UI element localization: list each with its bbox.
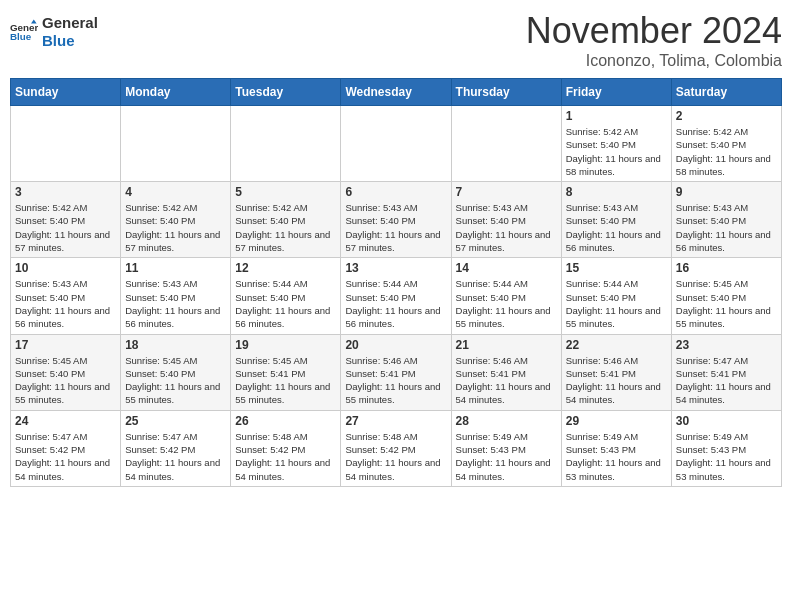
calendar-cell: 4Sunrise: 5:42 AM Sunset: 5:40 PM Daylig… bbox=[121, 182, 231, 258]
calendar-cell: 8Sunrise: 5:43 AM Sunset: 5:40 PM Daylig… bbox=[561, 182, 671, 258]
day-number: 25 bbox=[125, 414, 226, 428]
calendar-cell: 6Sunrise: 5:43 AM Sunset: 5:40 PM Daylig… bbox=[341, 182, 451, 258]
calendar-cell: 9Sunrise: 5:43 AM Sunset: 5:40 PM Daylig… bbox=[671, 182, 781, 258]
svg-text:Blue: Blue bbox=[10, 31, 32, 42]
day-number: 6 bbox=[345, 185, 446, 199]
calendar-cell: 27Sunrise: 5:48 AM Sunset: 5:42 PM Dayli… bbox=[341, 410, 451, 486]
calendar-cell: 3Sunrise: 5:42 AM Sunset: 5:40 PM Daylig… bbox=[11, 182, 121, 258]
day-number: 22 bbox=[566, 338, 667, 352]
day-number: 17 bbox=[15, 338, 116, 352]
day-number: 27 bbox=[345, 414, 446, 428]
calendar-cell: 25Sunrise: 5:47 AM Sunset: 5:42 PM Dayli… bbox=[121, 410, 231, 486]
day-number: 5 bbox=[235, 185, 336, 199]
calendar-cell: 11Sunrise: 5:43 AM Sunset: 5:40 PM Dayli… bbox=[121, 258, 231, 334]
calendar-cell: 16Sunrise: 5:45 AM Sunset: 5:40 PM Dayli… bbox=[671, 258, 781, 334]
day-detail: Sunrise: 5:42 AM Sunset: 5:40 PM Dayligh… bbox=[235, 201, 336, 254]
weekday-header: Thursday bbox=[451, 79, 561, 106]
day-detail: Sunrise: 5:47 AM Sunset: 5:42 PM Dayligh… bbox=[15, 430, 116, 483]
location-title: Icononzo, Tolima, Colombia bbox=[526, 52, 782, 70]
day-detail: Sunrise: 5:43 AM Sunset: 5:40 PM Dayligh… bbox=[15, 277, 116, 330]
day-number: 16 bbox=[676, 261, 777, 275]
day-number: 26 bbox=[235, 414, 336, 428]
day-detail: Sunrise: 5:46 AM Sunset: 5:41 PM Dayligh… bbox=[345, 354, 446, 407]
calendar-cell: 29Sunrise: 5:49 AM Sunset: 5:43 PM Dayli… bbox=[561, 410, 671, 486]
calendar-cell: 13Sunrise: 5:44 AM Sunset: 5:40 PM Dayli… bbox=[341, 258, 451, 334]
logo: General Blue General Blue bbox=[10, 14, 98, 50]
day-detail: Sunrise: 5:43 AM Sunset: 5:40 PM Dayligh… bbox=[125, 277, 226, 330]
day-detail: Sunrise: 5:45 AM Sunset: 5:40 PM Dayligh… bbox=[15, 354, 116, 407]
logo-blue: Blue bbox=[42, 32, 98, 50]
day-detail: Sunrise: 5:43 AM Sunset: 5:40 PM Dayligh… bbox=[345, 201, 446, 254]
calendar-cell: 22Sunrise: 5:46 AM Sunset: 5:41 PM Dayli… bbox=[561, 334, 671, 410]
calendar-cell bbox=[231, 106, 341, 182]
calendar-cell: 18Sunrise: 5:45 AM Sunset: 5:40 PM Dayli… bbox=[121, 334, 231, 410]
day-detail: Sunrise: 5:43 AM Sunset: 5:40 PM Dayligh… bbox=[676, 201, 777, 254]
weekday-header: Saturday bbox=[671, 79, 781, 106]
day-number: 15 bbox=[566, 261, 667, 275]
day-detail: Sunrise: 5:47 AM Sunset: 5:41 PM Dayligh… bbox=[676, 354, 777, 407]
day-number: 2 bbox=[676, 109, 777, 123]
calendar-cell: 5Sunrise: 5:42 AM Sunset: 5:40 PM Daylig… bbox=[231, 182, 341, 258]
calendar-table: SundayMondayTuesdayWednesdayThursdayFrid… bbox=[10, 78, 782, 487]
title-area: November 2024 Icononzo, Tolima, Colombia bbox=[526, 10, 782, 70]
day-detail: Sunrise: 5:42 AM Sunset: 5:40 PM Dayligh… bbox=[676, 125, 777, 178]
day-detail: Sunrise: 5:44 AM Sunset: 5:40 PM Dayligh… bbox=[566, 277, 667, 330]
calendar-cell: 23Sunrise: 5:47 AM Sunset: 5:41 PM Dayli… bbox=[671, 334, 781, 410]
day-number: 8 bbox=[566, 185, 667, 199]
calendar-cell: 21Sunrise: 5:46 AM Sunset: 5:41 PM Dayli… bbox=[451, 334, 561, 410]
day-number: 19 bbox=[235, 338, 336, 352]
day-detail: Sunrise: 5:47 AM Sunset: 5:42 PM Dayligh… bbox=[125, 430, 226, 483]
day-number: 20 bbox=[345, 338, 446, 352]
calendar-cell: 24Sunrise: 5:47 AM Sunset: 5:42 PM Dayli… bbox=[11, 410, 121, 486]
logo-general: General bbox=[42, 14, 98, 32]
day-number: 29 bbox=[566, 414, 667, 428]
weekday-header-row: SundayMondayTuesdayWednesdayThursdayFrid… bbox=[11, 79, 782, 106]
day-number: 18 bbox=[125, 338, 226, 352]
day-number: 3 bbox=[15, 185, 116, 199]
calendar-cell: 15Sunrise: 5:44 AM Sunset: 5:40 PM Dayli… bbox=[561, 258, 671, 334]
calendar-cell: 20Sunrise: 5:46 AM Sunset: 5:41 PM Dayli… bbox=[341, 334, 451, 410]
weekday-header: Friday bbox=[561, 79, 671, 106]
calendar-cell bbox=[341, 106, 451, 182]
day-number: 4 bbox=[125, 185, 226, 199]
day-detail: Sunrise: 5:49 AM Sunset: 5:43 PM Dayligh… bbox=[566, 430, 667, 483]
day-number: 7 bbox=[456, 185, 557, 199]
day-number: 11 bbox=[125, 261, 226, 275]
calendar-cell: 14Sunrise: 5:44 AM Sunset: 5:40 PM Dayli… bbox=[451, 258, 561, 334]
calendar-week-row: 1Sunrise: 5:42 AM Sunset: 5:40 PM Daylig… bbox=[11, 106, 782, 182]
day-number: 12 bbox=[235, 261, 336, 275]
calendar-cell: 30Sunrise: 5:49 AM Sunset: 5:43 PM Dayli… bbox=[671, 410, 781, 486]
calendar-cell: 28Sunrise: 5:49 AM Sunset: 5:43 PM Dayli… bbox=[451, 410, 561, 486]
calendar-week-row: 17Sunrise: 5:45 AM Sunset: 5:40 PM Dayli… bbox=[11, 334, 782, 410]
day-number: 10 bbox=[15, 261, 116, 275]
day-number: 14 bbox=[456, 261, 557, 275]
calendar-cell: 7Sunrise: 5:43 AM Sunset: 5:40 PM Daylig… bbox=[451, 182, 561, 258]
day-number: 21 bbox=[456, 338, 557, 352]
calendar-cell: 12Sunrise: 5:44 AM Sunset: 5:40 PM Dayli… bbox=[231, 258, 341, 334]
day-detail: Sunrise: 5:48 AM Sunset: 5:42 PM Dayligh… bbox=[345, 430, 446, 483]
day-detail: Sunrise: 5:42 AM Sunset: 5:40 PM Dayligh… bbox=[566, 125, 667, 178]
calendar-week-row: 3Sunrise: 5:42 AM Sunset: 5:40 PM Daylig… bbox=[11, 182, 782, 258]
weekday-header: Sunday bbox=[11, 79, 121, 106]
day-detail: Sunrise: 5:48 AM Sunset: 5:42 PM Dayligh… bbox=[235, 430, 336, 483]
day-number: 13 bbox=[345, 261, 446, 275]
day-detail: Sunrise: 5:45 AM Sunset: 5:40 PM Dayligh… bbox=[676, 277, 777, 330]
day-number: 30 bbox=[676, 414, 777, 428]
day-detail: Sunrise: 5:46 AM Sunset: 5:41 PM Dayligh… bbox=[456, 354, 557, 407]
day-number: 23 bbox=[676, 338, 777, 352]
day-detail: Sunrise: 5:43 AM Sunset: 5:40 PM Dayligh… bbox=[456, 201, 557, 254]
calendar-week-row: 24Sunrise: 5:47 AM Sunset: 5:42 PM Dayli… bbox=[11, 410, 782, 486]
calendar-cell bbox=[451, 106, 561, 182]
page-header: General Blue General Blue November 2024 … bbox=[10, 10, 782, 70]
day-number: 9 bbox=[676, 185, 777, 199]
day-detail: Sunrise: 5:49 AM Sunset: 5:43 PM Dayligh… bbox=[676, 430, 777, 483]
day-detail: Sunrise: 5:43 AM Sunset: 5:40 PM Dayligh… bbox=[566, 201, 667, 254]
calendar-cell: 10Sunrise: 5:43 AM Sunset: 5:40 PM Dayli… bbox=[11, 258, 121, 334]
day-number: 1 bbox=[566, 109, 667, 123]
day-detail: Sunrise: 5:46 AM Sunset: 5:41 PM Dayligh… bbox=[566, 354, 667, 407]
calendar-cell: 1Sunrise: 5:42 AM Sunset: 5:40 PM Daylig… bbox=[561, 106, 671, 182]
day-number: 24 bbox=[15, 414, 116, 428]
calendar-week-row: 10Sunrise: 5:43 AM Sunset: 5:40 PM Dayli… bbox=[11, 258, 782, 334]
day-detail: Sunrise: 5:44 AM Sunset: 5:40 PM Dayligh… bbox=[456, 277, 557, 330]
day-detail: Sunrise: 5:42 AM Sunset: 5:40 PM Dayligh… bbox=[15, 201, 116, 254]
